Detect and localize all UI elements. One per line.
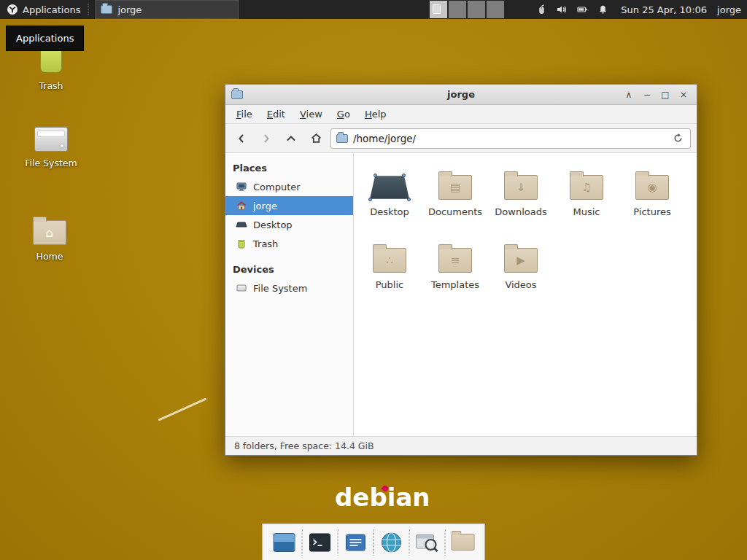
shade-button[interactable]: ∧ [622, 88, 636, 102]
taskbar-window-icon [101, 5, 112, 14]
user-home-icon [236, 200, 247, 211]
dock-item-application-finder[interactable] [411, 526, 444, 559]
location-bar[interactable] [330, 128, 691, 149]
drive-icon [236, 282, 247, 294]
close-button[interactable]: × [676, 88, 691, 102]
menu-file[interactable]: File [230, 106, 259, 122]
panel-grip [88, 4, 92, 15]
username-label: jorge [717, 0, 741, 19]
desktop-icon-filesystem[interactable]: File System [16, 121, 86, 168]
desktop-icon-label: Trash [39, 80, 63, 91]
chevron-up-icon [285, 133, 297, 144]
reload-button[interactable] [670, 133, 685, 144]
folder-icon: ♫ [570, 175, 603, 200]
trash-icon [236, 238, 247, 249]
icon-view: Desktop ▤ Documents ↓ Downloads ♫ Music … [354, 153, 697, 436]
folder-item-downloads[interactable]: ↓ Downloads [488, 163, 554, 236]
workspace-2[interactable] [449, 1, 466, 18]
dock-item-web-browser[interactable] [376, 526, 408, 559]
top-panel: Applications jorge [0, 0, 747, 19]
title-bar[interactable]: jorge ∧ − □ × [225, 85, 697, 105]
toolbar [225, 124, 697, 153]
debian-logo: debian [335, 483, 430, 512]
menu-bar: File Edit View Go Help [225, 105, 697, 124]
folder-item-pictures[interactable]: ◉ Pictures [619, 163, 685, 236]
download-emblem-icon: ↓ [505, 176, 537, 199]
home-button[interactable] [306, 128, 326, 149]
taskbar-button[interactable]: jorge [94, 0, 240, 19]
clock[interactable]: Sun 25 Apr, 10:06 [621, 0, 707, 19]
status-text: 8 folders, Free space: 14.4 GiB [234, 440, 374, 451]
desktop-icon [236, 219, 247, 230]
folder-icon: ◉ [635, 175, 669, 200]
workspace-3[interactable] [468, 1, 485, 18]
folder-icon: ∴ [373, 248, 406, 273]
workspace-4[interactable] [487, 1, 504, 18]
bell-icon [597, 4, 608, 15]
sidebar-item-filesystem[interactable]: File System [225, 279, 353, 298]
globe-icon [381, 532, 403, 553]
folder-icon: ≡ [438, 248, 472, 273]
folder-icon: ▶ [504, 248, 538, 273]
chevron-right-icon [260, 133, 272, 144]
back-button[interactable] [231, 128, 252, 149]
sidebar-item-trash[interactable]: Trash [225, 234, 353, 253]
workspace-switcher [430, 1, 504, 18]
applications-menu-button[interactable]: Applications [0, 0, 87, 19]
share-emblem-icon: ∴ [374, 249, 406, 272]
path-input[interactable] [353, 133, 665, 144]
wallpaper-line [158, 397, 207, 421]
sidebar-item-desktop[interactable]: Desktop [225, 215, 353, 234]
dock-item-file-manager[interactable] [447, 526, 479, 559]
workspace-1[interactable] [430, 1, 447, 18]
folder-item-templates[interactable]: ≡ Templates [422, 236, 488, 309]
power-tray-button[interactable] [576, 3, 589, 16]
sidebar-item-label: Desktop [253, 219, 293, 230]
speaker-icon [556, 4, 568, 15]
dock-separator [374, 529, 374, 556]
maximize-button[interactable]: □ [658, 88, 673, 102]
file-manager-icon [452, 534, 475, 551]
minimize-button[interactable]: − [640, 88, 654, 102]
menu-go[interactable]: Go [330, 106, 357, 122]
desktop: debian Trash File System ⌂ Home jorge ∧ … [0, 0, 747, 560]
camera-emblem-icon: ◉ [636, 176, 668, 199]
menu-view[interactable]: View [293, 106, 329, 122]
menu-help[interactable]: Help [358, 106, 393, 122]
desktop-surface-icon [370, 175, 409, 200]
chevron-left-icon [236, 133, 247, 144]
places-header: Places [225, 158, 353, 177]
folder-item-public[interactable]: ∴ Public [357, 236, 422, 309]
folder-item-videos[interactable]: ▶ Videos [488, 236, 554, 309]
folder-item-music[interactable]: ♫ Music [554, 163, 619, 236]
volume-tray-button[interactable] [555, 3, 568, 16]
sidebar-item-label: Trash [253, 238, 278, 249]
computer-icon [236, 181, 247, 192]
dock-item-terminal[interactable] [304, 526, 336, 559]
music-emblem-icon: ♫ [570, 176, 603, 199]
folder-name: Templates [431, 279, 479, 290]
home-folder-icon: ⌂ [33, 220, 66, 245]
menu-edit[interactable]: Edit [260, 106, 292, 122]
document-emblem-icon: ▤ [439, 176, 471, 199]
status-tray [535, 0, 609, 19]
up-button[interactable] [281, 128, 301, 149]
template-emblem-icon: ≡ [439, 249, 471, 272]
dock-item-desktop[interactable] [268, 526, 301, 559]
sidebar-item-jorge[interactable]: jorge [225, 196, 353, 215]
folder-item-documents[interactable]: ▤ Documents [422, 163, 488, 236]
sidebar-item-computer[interactable]: Computer [225, 177, 353, 196]
text-editor-icon [346, 534, 366, 551]
input-device-tray-button[interactable] [535, 3, 548, 16]
applications-tooltip: Applications [6, 26, 84, 51]
desktop-icon-home[interactable]: ⌂ Home [15, 214, 85, 262]
forward-button[interactable] [256, 128, 276, 149]
notifications-tray-button[interactable] [596, 3, 609, 16]
battery-icon [576, 4, 588, 15]
folder-name: Documents [428, 206, 482, 217]
dock-item-text-editor[interactable] [340, 526, 372, 559]
folder-item-desktop[interactable]: Desktop [357, 163, 422, 236]
file-manager-window: jorge ∧ − □ × File Edit View Go Help [225, 84, 697, 456]
workspace-window-outline [433, 4, 441, 14]
reload-icon [673, 133, 684, 144]
